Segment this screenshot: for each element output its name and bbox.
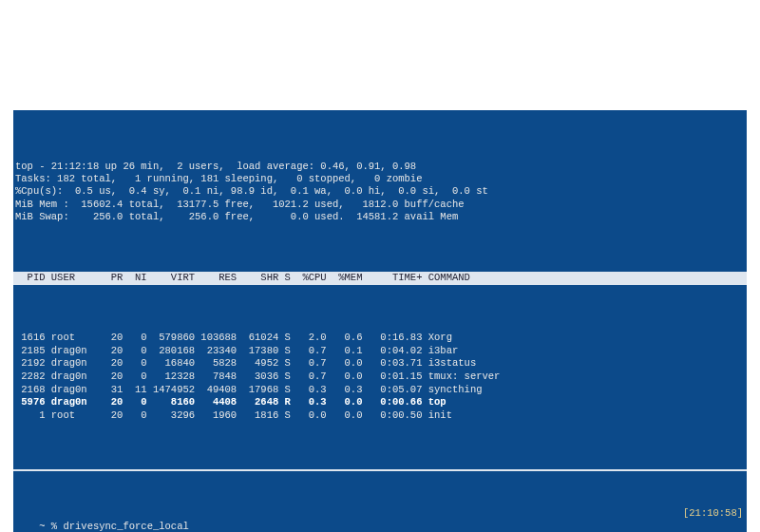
pane-divider (13, 469, 747, 471)
process-table: 1616 root 20 0 579860 103688 61024 S 2.0… (13, 319, 747, 436)
top-line-tasks: Tasks: 182 total, 1 running, 181 sleepin… (15, 173, 422, 184)
process-row: 1616 root 20 0 579860 103688 61024 S 2.0… (15, 332, 452, 343)
process-row: 2185 drag0n 20 0 280168 23340 17380 S 0.… (15, 345, 458, 356)
shell-line: ~ % drivesync_force_local (39, 521, 189, 532)
process-row: 2282 drag0n 20 0 12328 7848 3036 S 0.7 0… (15, 370, 500, 382)
top-line-mem: MiB Mem : 15602.4 total, 13177.5 free, 1… (15, 199, 465, 210)
rsync-output[interactable]: [21:10:58]~ % drivesync_force_local Doin… (13, 505, 747, 532)
process-row-active: 5976 drag0n 20 0 8160 4408 2648 R 0.3 0.… (15, 396, 446, 408)
top-line-cpu: %Cpu(s): 0.5 us, 0.4 sy, 0.1 ni, 98.9 id… (15, 185, 488, 197)
prompt-timestamp: [21:10:58] (683, 507, 743, 521)
top-summary: top - 21:12:18 up 26 min, 2 users, load … (13, 144, 747, 238)
process-row: 1 root 20 0 3296 1960 1816 S 0.0 0.0 0:0… (15, 409, 452, 421)
process-row: 2168 drag0n 31 11 1474952 49408 17968 S … (15, 384, 482, 395)
top-line-swap: MiB Swap: 256.0 total, 256.0 free, 0.0 u… (15, 211, 458, 222)
process-row: 2192 drag0n 20 0 16840 5828 4952 S 0.7 0… (15, 357, 476, 369)
process-table-header: PID USER PR NI VIRT RES SHR S %CPU %MEM … (13, 272, 747, 285)
terminal-window: top - 21:12:18 up 26 min, 2 users, load … (13, 110, 747, 532)
top-line-uptime: top - 21:12:18 up 26 min, 2 users, load … (15, 161, 416, 172)
